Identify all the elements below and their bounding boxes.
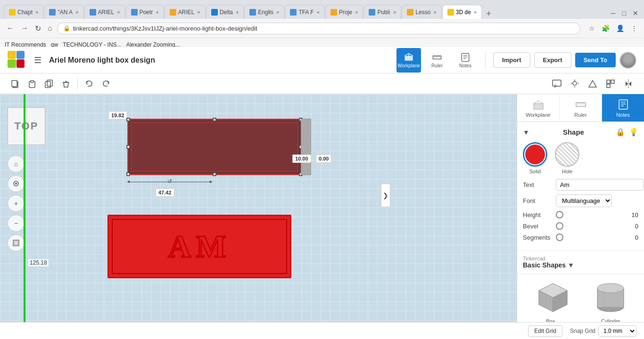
tab-close-9[interactable]: × <box>352 9 358 15</box>
menu-button[interactable]: ⋮ <box>629 23 639 34</box>
tab-close-3[interactable]: × <box>114 9 120 15</box>
restore-button[interactable]: □ <box>620 8 628 19</box>
tab-close-4[interactable]: × <box>153 9 158 15</box>
height-circle-knob[interactable] <box>556 211 563 218</box>
forward-button[interactable]: → <box>19 22 30 34</box>
tab-close-10[interactable]: × <box>390 9 396 15</box>
category-dropdown[interactable]: Basic Shapes ▼ <box>523 261 638 269</box>
notes-button[interactable]: Notes <box>453 48 478 73</box>
control-handle-tc[interactable] <box>213 118 216 121</box>
orbit-button[interactable] <box>8 175 25 192</box>
collapse-shape-button[interactable]: ▼ <box>523 129 529 136</box>
browser-tab-12[interactable]: 3D de × <box>442 5 482 19</box>
user-avatar[interactable] <box>619 52 636 69</box>
top-view-box[interactable]: TOP <box>8 107 45 145</box>
browser-tab-1[interactable]: Chapt × <box>4 5 43 19</box>
profile-button[interactable]: 👤 <box>614 23 626 34</box>
redo-button[interactable] <box>99 76 114 91</box>
tab-close-8[interactable]: × <box>314 9 319 15</box>
control-handle-bl[interactable] <box>126 172 130 176</box>
tab-ruler[interactable]: Ruler <box>560 94 602 121</box>
tab-close-2[interactable]: × <box>73 9 78 15</box>
undo-button[interactable] <box>82 76 97 91</box>
star-button[interactable]: ☆ <box>587 23 597 34</box>
bottom-design-box[interactable]: AM <box>107 215 291 278</box>
snap-grid-select[interactable]: 1.0 mm 5.0 mm 10.0 mm <box>598 325 636 337</box>
selected-shape[interactable]: 19.82 <box>108 112 292 173</box>
browser-tab-7[interactable]: Englis × <box>244 5 284 19</box>
shape-type-selector: Solid Hole <box>523 142 638 174</box>
ruler-button[interactable]: Ruler <box>425 48 449 73</box>
browser-tab-6[interactable]: Delta × <box>206 5 244 19</box>
hole-type[interactable]: Hole <box>555 142 579 174</box>
close-button[interactable]: ✕ <box>631 8 640 19</box>
sendto-button[interactable]: Send To <box>575 53 616 67</box>
box-gray-svg <box>532 279 570 316</box>
new-tab-button[interactable]: + <box>482 9 495 19</box>
lock-icon-button[interactable]: 🔒 <box>616 128 625 137</box>
control-handle-bc[interactable] <box>213 172 216 176</box>
top-design-box[interactable] <box>127 119 302 175</box>
header-divider <box>485 52 486 69</box>
tab-favicon-4 <box>131 9 138 16</box>
text-input-field[interactable] <box>556 179 644 191</box>
tab-close-12[interactable]: × <box>471 9 477 15</box>
font-select-dropdown[interactable]: Multilanguage <box>556 194 612 207</box>
export-button[interactable]: Export <box>534 52 571 68</box>
panel-collapse-arrow[interactable]: ❯ <box>381 184 390 207</box>
rotate-handle[interactable]: ↺ <box>167 178 172 185</box>
mirror-button[interactable] <box>620 76 636 92</box>
tab-close-7[interactable]: × <box>273 9 279 15</box>
home-button[interactable]: ⌂ <box>46 22 54 34</box>
tab-close-11[interactable]: × <box>430 9 436 15</box>
box-gray-preview <box>532 279 570 316</box>
delete-button[interactable] <box>58 76 74 91</box>
minimize-button[interactable]: ─ <box>609 8 618 19</box>
browser-tab-3[interactable]: ARIEL × <box>84 5 125 19</box>
bevel-circle-knob[interactable] <box>556 222 563 230</box>
light-button[interactable] <box>567 76 583 92</box>
browser-tab-5[interactable]: ARIEL × <box>165 5 206 19</box>
tab-label-4: Poetr <box>140 9 153 16</box>
control-handle-tl[interactable] <box>126 118 130 121</box>
tab-favicon-11 <box>407 9 413 16</box>
shape-button[interactable] <box>585 76 601 92</box>
zoom-out-button[interactable]: − <box>8 215 25 232</box>
fit-button[interactable] <box>8 234 25 251</box>
edit-grid-button[interactable]: Edit Grid <box>528 325 562 337</box>
light-icon <box>570 79 580 89</box>
tab-workplane[interactable]: Workplane <box>517 94 560 121</box>
browser-tab-11[interactable]: Lesso × <box>402 5 441 19</box>
zoom-in-button[interactable]: + <box>8 195 25 212</box>
paste-button[interactable] <box>25 76 40 91</box>
transform-button[interactable] <box>603 76 619 92</box>
address-bar[interactable]: 🔒 tinkercad.com/things/3KzJsv1IJZj-ariel… <box>57 23 580 34</box>
tab-favicon-12 <box>447 9 454 16</box>
hamburger-button[interactable]: ☰ <box>32 53 43 67</box>
browser-tab-10[interactable]: Publi × <box>363 5 401 19</box>
tab-close-5[interactable]: × <box>194 9 200 15</box>
import-button[interactable]: Import <box>493 52 530 68</box>
tab-close-1[interactable]: × <box>33 9 38 15</box>
shape-item-cylinder-gray[interactable]: Cylinder <box>583 279 639 322</box>
tab-close-6[interactable]: × <box>233 9 239 15</box>
reload-button[interactable]: ↻ <box>33 22 43 35</box>
back-button[interactable]: ← <box>5 22 16 34</box>
browser-tab-4[interactable]: Poetr × <box>126 5 164 19</box>
browser-tab-9[interactable]: Proje × <box>325 5 363 19</box>
control-handle-ml[interactable] <box>126 145 130 149</box>
home-view-button[interactable]: ⌂ <box>8 155 25 172</box>
duplicate-button[interactable] <box>41 76 57 91</box>
comment-button[interactable] <box>549 76 565 92</box>
workplane-button[interactable]: Workplane <box>396 48 421 73</box>
extensions-button[interactable]: 🧩 <box>600 23 611 34</box>
browser-tab-2[interactable]: "AN A × <box>44 5 83 19</box>
lightbulb-icon-button[interactable]: 💡 <box>629 128 638 137</box>
viewport[interactable]: TOP ⌂ + − <box>0 94 517 322</box>
browser-tab-8[interactable]: TFA F × <box>285 5 324 19</box>
tab-notes[interactable]: Notes <box>602 94 644 121</box>
segments-circle-knob[interactable] <box>556 234 563 241</box>
shape-item-box-gray[interactable]: Box <box>523 279 578 322</box>
copy-button[interactable] <box>8 76 23 91</box>
solid-type[interactable]: Solid <box>523 142 547 174</box>
